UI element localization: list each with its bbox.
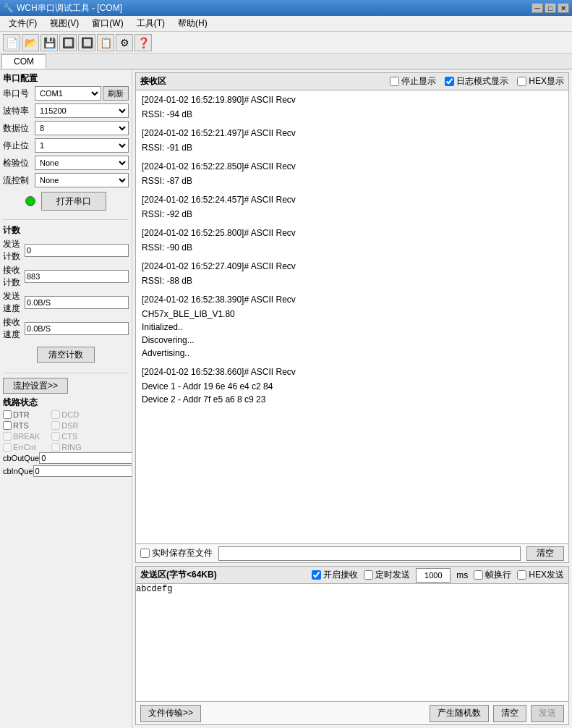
send-textarea[interactable]: abcdefg — [136, 584, 568, 701]
menu-tools[interactable]: 工具(T) — [131, 17, 171, 31]
line-status-title: 线路状态 — [3, 397, 129, 409]
parity-select[interactable]: None — [35, 156, 129, 170]
log-entry: [2024-01-02 16:52:21.497]# ASCII Recv — [142, 127, 563, 140]
refresh-button[interactable]: 刷新 — [103, 86, 129, 101]
hex-display-checkbox[interactable] — [517, 77, 526, 86]
cts-row: CTS — [51, 432, 82, 441]
flowctrl-select[interactable]: None — [35, 173, 129, 187]
port-select[interactable]: COM1 — [35, 86, 101, 101]
dsr-checkbox[interactable] — [51, 421, 60, 430]
menu-view[interactable]: 视图(V) — [44, 17, 85, 31]
hex-send-text: HEX发送 — [529, 569, 564, 581]
line-break-checkbox[interactable] — [474, 570, 483, 580]
stop-display-checkbox[interactable] — [390, 77, 399, 86]
toolbar-btn8[interactable]: ❓ — [135, 34, 152, 51]
toolbar-btn5[interactable]: 🔲 — [78, 34, 95, 51]
ring-checkbox[interactable] — [51, 443, 60, 452]
dcd-row: DCD — [51, 410, 82, 419]
line-break-label[interactable]: 帧换行 — [474, 569, 511, 581]
toolbar: 📄 📂 💾 🔲 🔲 📋 ⚙ ❓ — [0, 32, 572, 54]
dtr-row: DTR — [3, 410, 40, 419]
random-data-button[interactable]: 产生随机数 — [430, 705, 489, 722]
checkbox-grid: DTR RTS BREAK ErrCnt — [3, 410, 129, 452]
save-file-checkbox[interactable] — [140, 549, 150, 558]
maximize-button[interactable]: □ — [545, 3, 556, 13]
cbinque-value[interactable] — [33, 465, 132, 477]
timed-send-value[interactable] — [416, 568, 451, 583]
log-mode-checkbox[interactable] — [445, 77, 454, 86]
toolbar-btn4[interactable]: 🔲 — [59, 34, 77, 51]
port-label: 串口号 — [3, 88, 33, 100]
send-content-wrapper: abcdefg — [136, 584, 568, 701]
line-break-text: 帧换行 — [485, 569, 511, 581]
stop-display-label[interactable]: 停止显示 — [390, 75, 436, 88]
send-count-value[interactable] — [25, 244, 129, 257]
log-content: Advertising.. — [142, 347, 563, 360]
log-content: Device 2 - Addr 7f e5 a6 8 c9 23 — [142, 393, 563, 406]
baud-select[interactable]: 115200 — [35, 103, 129, 118]
toolbar-btn7[interactable]: ⚙ — [116, 34, 133, 51]
recv-count-value[interactable] — [25, 270, 129, 283]
send-button[interactable]: 发送 — [531, 705, 564, 722]
checkbox-col-left: DTR RTS BREAK ErrCnt — [3, 410, 40, 452]
hex-send-checkbox[interactable] — [517, 570, 526, 580]
parity-row: 检验位 None — [3, 156, 129, 170]
minimize-button[interactable]: ─ — [532, 3, 543, 13]
send-speed-row: 发送速度 — [3, 290, 129, 315]
recv-speed-value[interactable] — [25, 322, 129, 335]
databits-select[interactable]: 8 — [35, 121, 129, 135]
app-icon: 🔧 — [3, 3, 14, 13]
menu-window[interactable]: 窗口(W) — [86, 17, 129, 31]
recv-bottom: 实时保存至文件 清空 — [136, 543, 568, 562]
recv-clear-button[interactable]: 清空 — [526, 546, 564, 561]
recv-count-row: 接收计数 — [3, 264, 129, 289]
toolbar-save[interactable]: 💾 — [40, 34, 58, 51]
left-panel: 串口配置 串口号 COM1 刷新 波特率 115200 数据位 8 — [0, 69, 132, 728]
toolbar-btn6[interactable]: 📋 — [97, 34, 114, 51]
break-label: BREAK — [13, 432, 40, 441]
cboutque-value[interactable] — [39, 452, 132, 464]
stopbits-select[interactable]: 1 — [35, 138, 129, 153]
title-bar-controls: ─ □ ✕ — [532, 3, 569, 13]
file-transfer-button[interactable]: 文件传输>> — [140, 705, 201, 722]
menu-help[interactable]: 帮助(H) — [172, 17, 213, 31]
break-checkbox[interactable] — [3, 432, 12, 441]
log-mode-label[interactable]: 日志模式显示 — [445, 75, 508, 88]
hex-display-text: HEX显示 — [529, 75, 564, 88]
send-speed-value[interactable] — [25, 296, 129, 309]
tab-com[interactable]: COM — [1, 54, 46, 69]
dtr-checkbox[interactable] — [3, 410, 12, 419]
toolbar-new[interactable]: 📄 — [3, 34, 20, 51]
auto-recv-checkbox[interactable] — [312, 570, 321, 580]
open-port-button[interactable]: 打开串口 — [41, 192, 106, 211]
title-text: WCH串口调试工具 - [COM] — [17, 2, 122, 14]
errcnt-label: ErrCnt — [13, 443, 36, 452]
auto-recv-text: 开启接收 — [323, 569, 358, 581]
rts-checkbox[interactable] — [3, 421, 12, 430]
cts-label: CTS — [61, 432, 77, 441]
save-file-label[interactable]: 实时保存至文件 — [140, 547, 213, 559]
log-entry: [2024-01-02 16:52:24.457]# ASCII Recv — [142, 193, 563, 206]
menu-file[interactable]: 文件(F) — [3, 17, 43, 31]
auto-recv-label[interactable]: 开启接收 — [312, 569, 358, 581]
toolbar-open[interactable]: 📂 — [22, 34, 39, 51]
title-bar-title: 🔧 WCH串口调试工具 - [COM] — [3, 2, 122, 14]
close-button[interactable]: ✕ — [558, 3, 569, 13]
hex-send-label[interactable]: HEX发送 — [517, 569, 564, 581]
flow-ctrl-button[interactable]: 流控设置>> — [3, 378, 68, 394]
dcd-checkbox[interactable] — [51, 410, 60, 419]
log-content: Discovering... — [142, 334, 563, 347]
timed-send-checkbox[interactable] — [364, 570, 373, 580]
save-file-input[interactable] — [218, 546, 521, 561]
send-clear-button[interactable]: 清空 — [493, 705, 526, 722]
open-port-row: 打开串口 — [3, 192, 129, 211]
log-entry: [2024-01-02 16:52:19.890]# ASCII Recv — [142, 93, 563, 106]
timed-send-label[interactable]: 定时发送 — [364, 569, 410, 581]
errcnt-checkbox[interactable] — [3, 443, 12, 452]
hex-display-label[interactable]: HEX显示 — [517, 75, 564, 88]
clear-count-button[interactable]: 清空计数 — [37, 347, 95, 363]
cts-checkbox[interactable] — [51, 432, 60, 441]
log-entry: [2024-01-02 16:52:38.390]# ASCII Recv — [142, 293, 563, 306]
log-content: CH57x_BLE_LIB_V1.80 — [142, 308, 563, 321]
errcnt-row: ErrCnt — [3, 443, 40, 452]
